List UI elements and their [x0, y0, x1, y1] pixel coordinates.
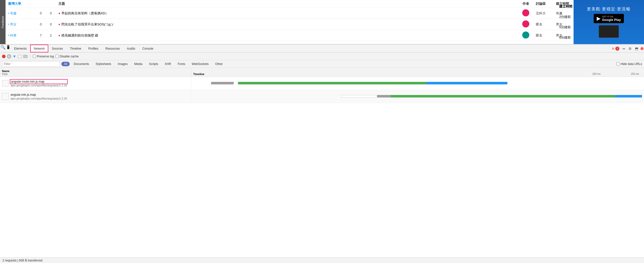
forum-header-author: 作者	[518, 0, 533, 8]
filter-scripts[interactable]: Scripts	[146, 62, 161, 66]
google-play-badge[interactable]: ▶ GET IT ON Google Play	[594, 14, 624, 23]
view-toggle-2[interactable]	[23, 55, 27, 58]
inspect-icon[interactable]: 🔍	[1, 45, 6, 50]
forum-c2-3: 2	[46, 30, 56, 41]
filter-bar: All Documents Stylesheets Images Media S…	[0, 60, 644, 68]
network-controls: ⊘ ▼ Preserve log Disable cache	[0, 53, 644, 60]
tab-audits[interactable]: Audits	[123, 45, 139, 52]
forum-title-3[interactable]: ●搭高鐵遇到前任坐隔壁 續	[56, 30, 518, 41]
table-row: • 男女 0 0 ●閃光出軌了但我哭不出來SOS(つд˙)·˙ 匿名 男女	[6, 19, 574, 30]
status-bar: 2 requests | 606 B transferred	[0, 257, 644, 263]
filter-xhr[interactable]: XHR	[162, 62, 174, 66]
filter-input[interactable]	[2, 61, 60, 67]
marker-150ms: 150 ms	[631, 73, 639, 75]
error-count: 1	[615, 47, 619, 51]
forum-c1-2: 0	[36, 19, 46, 30]
forum-c2-2: 0	[46, 19, 56, 30]
table-row: 臺灣大學 主題 作者 討論區 建立時間	[6, 0, 574, 8]
phone-mockup	[599, 25, 619, 38]
filter-stylesheets[interactable]: Stylesheets	[93, 62, 114, 66]
time-r1: 2分鐘前	[559, 15, 572, 19]
get-it-label: GET IT ON	[602, 15, 621, 18]
network-row[interactable]: angular.min.js.map ajax.googleapis.com/a…	[0, 90, 644, 103]
tab-elements[interactable]: Elements	[11, 45, 30, 52]
row-filename-2: angular.min.js.map	[11, 93, 67, 96]
forum-author-3	[518, 30, 533, 41]
tab-resources[interactable]: Resources	[102, 45, 123, 52]
marker-100ms: 100 ms	[592, 73, 600, 75]
forum-cat-1[interactable]: • 有趣	[6, 8, 36, 19]
record-button[interactable]	[2, 55, 6, 58]
disable-cache-checkbox[interactable]	[55, 55, 59, 58]
filter-images[interactable]: Images	[115, 62, 130, 66]
network-content: ⊘ ▼ Preserve log Disable cache All Docum…	[0, 53, 644, 263]
step-icon[interactable]: ⇥	[621, 46, 626, 51]
table-row: • 時事 7 2 ●搭高鐵遇到前任坐隔壁 續 匿名 男女	[6, 30, 574, 41]
tab-sources[interactable]: Sources	[48, 45, 66, 52]
error-x-icon: ✕	[612, 47, 615, 51]
settings-icon[interactable]: ⚙	[627, 46, 632, 51]
store-name-label: Google Play	[602, 18, 621, 22]
hide-data-urls-label[interactable]: Hide data URLs	[616, 62, 642, 66]
file-icon-1	[2, 80, 9, 87]
row-timeline-1	[191, 77, 644, 90]
forum-title-2[interactable]: ●閃光出軌了但我哭不出來SOS(つд˙)·˙	[56, 19, 518, 30]
forum-header-c2	[46, 0, 56, 8]
forum-forum-1: 北科大	[533, 8, 553, 19]
row-name-info-2: angular.min.js.map ajax.googleapis.com/a…	[11, 93, 67, 100]
filter-documents[interactable]: Documents	[71, 62, 92, 66]
devtools-panel: 🔍 📱 Elements Network Sources Timeline Pr…	[0, 44, 644, 263]
row-timeline-2	[191, 90, 644, 103]
feedback-tab[interactable]: Feedback	[0, 0, 6, 44]
device-icon[interactable]: 📱	[6, 45, 11, 50]
row-filename-1: angular-route.min.js.map	[11, 80, 67, 83]
timeline-bars-1	[193, 82, 642, 85]
row-path-2: ajax.googleapis.com/ajax/libs/angularjs/…	[11, 97, 67, 100]
tab-profiles[interactable]: Profiles	[85, 45, 102, 52]
tab-network[interactable]: Network	[30, 45, 48, 52]
time-r2: 5分鐘前	[559, 25, 572, 29]
devtools-tabs: 🔍 📱 Elements Network Sources Timeline Pr…	[0, 45, 644, 53]
network-rows: angular-route.min.js.map ajax.googleapis…	[0, 77, 644, 257]
row-name-cell-1: angular-route.min.js.map ajax.googleapis…	[0, 77, 191, 90]
forum-forum-3: 匿名	[533, 30, 553, 41]
preserve-log-checkbox[interactable]	[33, 55, 36, 58]
row-name-info-1: angular-route.min.js.map ajax.googleapis…	[11, 80, 67, 87]
forum-c1-1: 0	[36, 8, 46, 19]
forum-content: 臺灣大學 主題 作者 討論區 建立時間 • 有趣 0 0 ●早起的鳥兒有笑料（賣…	[6, 0, 574, 44]
forum-forum-2: 匿名	[533, 19, 553, 30]
forum-cat-3[interactable]: • 時事	[6, 30, 36, 41]
filter-all[interactable]: All	[61, 62, 70, 66]
error-indicator: ✕ 1	[612, 47, 619, 51]
filter-media[interactable]: Media	[132, 62, 145, 66]
table-row: • 有趣 0 0 ●早起的鳥兒有笑料（賣爸媽XD） 北科大 有趣	[6, 8, 574, 19]
forum-cat-2[interactable]: • 男女	[6, 19, 36, 30]
time-header: 建立時間	[559, 4, 572, 9]
network-row[interactable]: angular-route.min.js.map ajax.googleapis…	[0, 77, 644, 90]
devtools-close[interactable]	[640, 47, 643, 50]
dock-icon[interactable]: ⬒	[634, 46, 639, 51]
network-table-header: Name Path Timeline 100 ms 150 ms	[0, 68, 644, 77]
forum-author-1	[518, 8, 533, 19]
filter-websockets[interactable]: WebSockets	[189, 62, 211, 66]
play-icon: ▶	[597, 15, 600, 21]
forum-header-category: 臺灣大學	[6, 0, 36, 8]
clear-button[interactable]: ⊘	[7, 54, 11, 58]
disable-cache-label[interactable]: Disable cache	[55, 55, 78, 58]
timeline-column-header: Timeline 100 ms 150 ms	[191, 72, 644, 77]
tab-console[interactable]: Console	[139, 45, 157, 52]
toolbar-right: ✕ 1 ⇥ ⚙ ⬒	[612, 45, 643, 52]
time-r3: 6分鐘前	[559, 35, 572, 40]
feedback-label: Feedback	[1, 16, 4, 28]
file-icon-2	[2, 93, 9, 100]
ad-banner: 更美觀·更穩定·更流暢 ▶ GET IT ON Google Play	[574, 0, 644, 44]
preserve-log-label[interactable]: Preserve log	[33, 55, 54, 58]
hide-data-urls-checkbox[interactable]	[616, 62, 620, 65]
forum-title-1[interactable]: ●早起的鳥兒有笑料（賣爸媽XD）	[56, 8, 518, 19]
filter-other[interactable]: Other	[213, 62, 225, 66]
tab-timeline[interactable]: Timeline	[66, 45, 85, 52]
filter-icon[interactable]: ▼	[13, 54, 16, 58]
filter-fonts[interactable]: Fonts	[175, 62, 188, 66]
view-toggle-1[interactable]	[18, 55, 22, 58]
forum-c1-3: 7	[36, 30, 46, 41]
